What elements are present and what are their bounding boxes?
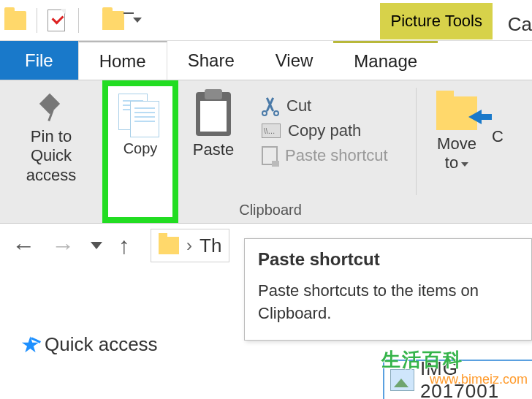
contextual-tab-picture-tools: Picture Tools: [380, 3, 493, 39]
pin-to-quick-access-button[interactable]: Pin to Quick access: [0, 80, 102, 223]
watermark-url: www.bimeiz.com: [430, 372, 528, 387]
copy-label: Copy: [123, 140, 158, 157]
cut-label: Cut: [286, 96, 311, 115]
tab-view[interactable]: View: [255, 41, 334, 80]
separator: [78, 8, 79, 33]
address-bar[interactable]: › Th: [151, 229, 229, 262]
truncated-label: C: [492, 127, 503, 146]
pin-icon: [37, 94, 66, 123]
truncated-text: Ca: [508, 13, 532, 36]
ribbon-tabs: File Home Share View Manage: [0, 41, 532, 80]
sidebar-item-quick-access[interactable]: ★ Quick access: [20, 332, 158, 357]
pin-label: Pin to Quick access: [13, 127, 89, 185]
chevron-down-icon: [461, 162, 468, 167]
paste-label: Paste: [193, 140, 234, 159]
properties-icon[interactable]: [48, 10, 65, 31]
quick-access-label: Quick access: [45, 333, 158, 356]
separator: [37, 8, 37, 33]
breadcrumb-segment[interactable]: Th: [200, 235, 221, 257]
ribbon: Pin to Quick access Copy Paste Cut \\… C…: [0, 80, 532, 224]
forward-button[interactable]: →: [51, 232, 75, 259]
copy-icon: [118, 94, 162, 140]
tooltip: Paste shortcut Paste shortcuts to the it…: [244, 238, 532, 341]
tab-file[interactable]: File: [0, 41, 78, 80]
watermark-text: 生活百科: [381, 347, 463, 373]
clipboard-icon: [196, 92, 231, 136]
folder-icon[interactable]: [4, 11, 26, 30]
tooltip-body: Paste shortcuts to the items on Clipboar…: [258, 280, 518, 325]
path-icon: \\…: [262, 123, 281, 138]
tooltip-title: Paste shortcut: [258, 249, 518, 270]
paste-shortcut-label: Paste shortcut: [285, 146, 388, 165]
tab-share[interactable]: Share: [167, 41, 255, 80]
copy-path-button[interactable]: \\… Copy path: [262, 121, 388, 140]
copy-path-label: Copy path: [288, 121, 361, 140]
open-folder-icon[interactable]: [102, 11, 124, 30]
title-bar: Picture Tools Ca: [0, 0, 532, 41]
back-button[interactable]: ←: [12, 232, 35, 259]
paste-shortcut-icon: [262, 146, 278, 165]
scissors-icon: [262, 97, 279, 115]
group-label-clipboard: Clipboard: [102, 202, 438, 218]
move-to-label: Move to: [430, 134, 484, 173]
tab-manage[interactable]: Manage: [333, 41, 438, 80]
paste-shortcut-button[interactable]: Paste shortcut: [262, 146, 388, 165]
truncated-button[interactable]: C: [497, 80, 512, 223]
cut-button[interactable]: Cut: [262, 96, 388, 115]
breadcrumb-chevron-icon[interactable]: ›: [186, 235, 192, 256]
star-icon: ★: [20, 332, 40, 357]
folder-icon: [159, 237, 179, 254]
up-button[interactable]: ↑: [118, 232, 130, 259]
move-to-button[interactable]: Move to: [417, 80, 497, 223]
qat-dropdown[interactable]: [124, 18, 142, 23]
history-dropdown[interactable]: [91, 242, 102, 249]
tab-home[interactable]: Home: [78, 41, 167, 80]
move-to-icon: [436, 96, 477, 130]
